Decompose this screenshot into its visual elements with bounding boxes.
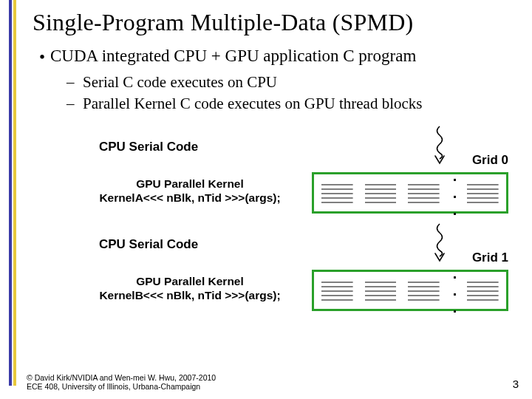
gpu-kernel-b-line2: KernelB<<< nBlk, nTid >>>(args); <box>99 289 280 301</box>
cpu-serial-label-0: CPU Serial Code <box>99 140 198 154</box>
thread-block <box>320 179 355 207</box>
grid-0-label: Grid 0 <box>472 153 508 168</box>
bullet-main-text: CUDA integrated CPU + GPU application C … <box>50 47 416 66</box>
gpu-kernel-a-label: GPU Parallel Kernel KernelA<<< nBlk, nTi… <box>83 177 297 205</box>
footer-line1: © David Kirk/NVIDIA and Wen-mei W. Hwu, … <box>27 373 216 382</box>
accent-bar-yellow <box>13 0 16 386</box>
thread-block <box>466 276 500 304</box>
slide-title: Single-Program Multiple-Data (SPMD) <box>33 9 532 36</box>
cpu-serial-label-1: CPU Serial Code <box>99 237 198 252</box>
ellipsis: . . . <box>453 168 459 219</box>
gpu-row-b: GPU Parallel Kernel KernelB<<< nBlk, nTi… <box>61 270 508 314</box>
bullet-dot-icon: • <box>34 47 50 67</box>
cpu-row-1: CPU Serial Code Grid 1 <box>61 221 508 270</box>
accent-bars <box>9 0 18 386</box>
grid-1-label: Grid 1 <box>472 250 508 265</box>
page-number: 3 <box>513 378 519 390</box>
accent-bar-blue <box>9 0 12 386</box>
thread-block <box>406 276 441 304</box>
squiggle-arrow-1 <box>429 222 451 264</box>
gpu-kernel-b-line1: GPU Parallel Kernel <box>136 275 244 287</box>
ellipsis: . . . <box>453 265 459 316</box>
gpu-kernel-a-line2: KernelA<<< nBlk, nTid >>>(args); <box>99 191 280 204</box>
thread-block <box>466 179 500 207</box>
spmd-diagram: CPU Serial Code Grid 0 GPU Parallel Kern… <box>61 123 508 314</box>
squiggle-arrow-0 <box>429 125 451 166</box>
sub-bullet-0: – Serial C code executes on CPU <box>66 73 532 92</box>
cpu-row-0: CPU Serial Code Grid 0 <box>61 123 508 172</box>
dash-icon: – <box>66 73 83 92</box>
grid-0-box: . . . <box>312 172 508 214</box>
dash-icon: – <box>66 95 83 113</box>
gpu-kernel-a-line1: GPU Parallel Kernel <box>136 177 244 190</box>
sub-bullet-1: – Parallel Kernel C code executes on GPU… <box>66 95 532 113</box>
sub-bullet-1-text: Parallel Kernel C code executes on GPU t… <box>83 95 423 113</box>
copyright-footer: © David Kirk/NVIDIA and Wen-mei W. Hwu, … <box>27 373 216 392</box>
grid-1-box: . . . <box>312 270 508 311</box>
content-area: • CUDA integrated CPU + GPU application … <box>34 47 532 314</box>
thread-block <box>320 276 355 304</box>
thread-block <box>406 179 441 207</box>
sub-bullet-list: – Serial C code executes on CPU – Parall… <box>66 73 532 113</box>
thread-block <box>364 179 398 207</box>
bullet-main: • CUDA integrated CPU + GPU application … <box>34 47 532 67</box>
gpu-kernel-b-label: GPU Parallel Kernel KernelB<<< nBlk, nTi… <box>83 274 297 303</box>
gpu-row-a: GPU Parallel Kernel KernelA<<< nBlk, nTi… <box>61 172 508 221</box>
thread-block <box>364 276 398 304</box>
sub-bullet-0-text: Serial C code executes on CPU <box>83 73 277 92</box>
footer-line2: ECE 408, University of Illinois, Urbana-… <box>27 382 200 391</box>
